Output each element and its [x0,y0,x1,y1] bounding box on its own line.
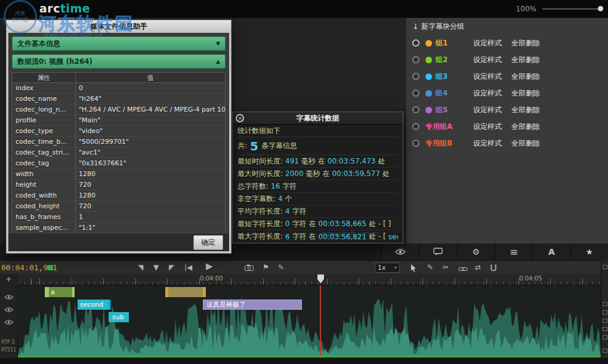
subtitle-block[interactable]: second [78,300,111,310]
group-radio[interactable] [412,106,419,113]
group-color-dot [425,57,432,63]
marker-add-icon[interactable]: ▼ [153,263,159,272]
close-icon[interactable]: ✕ [236,114,244,122]
timeline-option-icon[interactable] [603,327,607,331]
table-row[interactable]: coded_height720 [13,201,225,212]
set-style-button[interactable]: 设定样式 [473,88,502,98]
table-row[interactable]: index0 [13,83,225,94]
group-radio[interactable] [412,39,419,47]
tab-list[interactable]: ≡ [495,243,532,260]
swap-arrows-icon[interactable]: ⇄ [475,263,481,272]
set-style-button[interactable]: 设定样式 [473,55,502,65]
prop-value: "h264" [76,94,225,104]
table-row[interactable]: codec_time_b..."5000/299701" [13,137,225,147]
stat-unit: 毫秒 在 [301,156,325,166]
table-row[interactable]: codec_type"video" [13,126,225,137]
ok-button[interactable]: 确定 [193,235,223,250]
track-visibility-toggle[interactable] [4,304,14,315]
playback-speed-select[interactable]: 1x ▾ [375,263,400,273]
tab-preview[interactable] [381,243,419,260]
add-track-button[interactable]: + [5,274,12,283]
zoom-slider[interactable] [542,8,602,10]
table-row[interactable]: codec_long_n..."H.264 / AVC / MPEG-4 AVC… [13,104,225,115]
delete-all-button[interactable]: 全部删除 [511,72,540,82]
stat-number: 4 [285,207,290,215]
bookmark-flag-icon[interactable]: ⚑ [263,263,269,272]
group-radio[interactable] [412,73,419,80]
group-row: 组5 设定样式 全部删除 [406,101,608,118]
table-row[interactable]: coded_width1280 [13,190,225,201]
tab-font[interactable]: A [532,243,570,260]
group-name: 组3 [436,72,447,82]
track-gutter: + RTP 3 RT511 [0,274,18,358]
timeline-ruler[interactable]: 0:04:00 0:04:05 [18,274,601,285]
set-style-button[interactable]: 设定样式 [473,72,502,82]
group-radio[interactable] [412,56,419,63]
horizontal-scrollbar[interactable] [18,356,601,357]
group-radio[interactable] [412,140,419,147]
table-row[interactable]: width1280 [13,169,225,180]
delete-all-button[interactable]: 全部删除 [511,38,540,48]
group-name: 专用组A [425,122,452,132]
pen-icon[interactable]: ✎ [278,263,284,272]
total-count: 5 [250,139,258,153]
set-style-button[interactable]: 设定样式 [473,122,502,132]
prev-frame-icon[interactable]: |◀ [184,263,192,272]
delete-all-button[interactable]: 全部删除 [511,122,540,132]
delete-all-button[interactable]: 全部删除 [511,138,540,149]
timeline-option-icon[interactable] [603,348,607,353]
delete-all-button[interactable]: 全部删除 [511,105,540,115]
media-info-dialog-title[interactable]: 媒体文件信息助手 [7,20,231,32]
group-radio[interactable] [412,90,419,97]
pointer-tool-icon[interactable] [411,264,416,274]
timeline-option-icon[interactable] [603,310,607,314]
edit-pencil-icon[interactable]: ✎ [427,263,433,272]
tab-settings[interactable]: ⚙ [457,243,495,260]
timeline-tracks-area[interactable]: a second 这真是棒极了 sub [18,285,601,358]
table-row[interactable]: codec_tag"0x31637661" [13,158,225,169]
set-style-button[interactable]: 设定样式 [473,138,502,149]
prop-key: codec_tag [13,158,76,168]
magnet-snap-icon[interactable]: ⋃ [490,263,496,272]
stat-number: 6 [285,233,290,241]
table-row[interactable]: codec_name"h264" [13,94,225,104]
section-video-stream[interactable]: 数据流0: 视频 (h264) ▲ [12,54,226,69]
stats-dialog-title-bar[interactable]: ✕ 字幕统计数据 [233,112,403,125]
stat-unit: 字符 [292,206,307,217]
set-style-button[interactable]: 设定样式 [473,105,502,115]
link-icon[interactable] [458,265,468,273]
table-row[interactable]: has_b_frames1 [13,212,225,223]
marker-in-icon[interactable]: ◥ [138,263,143,272]
timeline-option-icon[interactable] [603,302,607,306]
stats-row: 平均字符长度:4字符 [237,205,398,218]
subtitle-block[interactable]: sub [109,312,129,322]
camera-icon[interactable] [245,264,254,273]
table-row[interactable]: codec_tag_stri..."avc1" [13,147,225,158]
stat-tail: 处 - [ [369,232,386,242]
section-basic-info[interactable]: 文件基本信息 ▼ [12,36,226,51]
timeline-option-icon[interactable] [603,319,607,323]
track-visibility-toggle[interactable] [4,316,14,328]
timeline-option-icon[interactable] [603,335,607,340]
subtitle-block[interactable] [165,287,206,297]
table-row[interactable]: height720 [13,180,225,190]
scissors-icon[interactable]: ✂ [443,263,449,272]
star-icon: ★ [586,247,594,257]
set-style-button[interactable]: 设定样式 [473,38,502,48]
group-radio[interactable] [412,123,419,130]
zoom-slider-knob[interactable] [598,6,603,11]
delete-all-button[interactable]: 全部删除 [511,55,540,65]
groups-header-label: 新字幕块分组 [421,21,464,32]
tab-subtitle-comment[interactable] [419,243,456,260]
table-row[interactable]: sample_aspec..."1:1" [13,223,225,233]
table-row[interactable]: profile"Main" [13,115,225,126]
subtitle-block[interactable]: 这真是棒极了 [203,300,302,310]
track-visibility-toggle[interactable] [4,291,14,303]
play-icon[interactable]: ▶ [206,262,213,270]
prop-key: codec_name [13,94,76,104]
delete-all-button[interactable]: 全部删除 [511,88,540,98]
marker-out-icon[interactable]: ◤ [169,263,174,272]
tab-effects[interactable]: ★ [570,243,608,260]
timeline-option-icon[interactable] [603,265,607,269]
subtitle-block[interactable]: a [45,287,75,297]
